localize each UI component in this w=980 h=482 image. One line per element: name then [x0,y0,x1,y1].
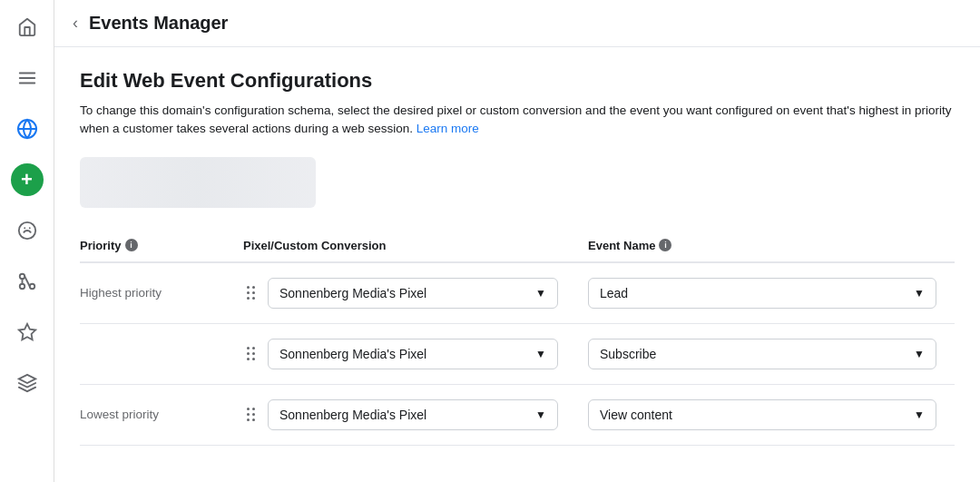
header: ‹ Events Manager [54,0,980,47]
event-col-3: View content ▼ [588,399,955,430]
priority-highest: Highest priority [80,286,243,300]
event-col-1: Lead ▼ [588,278,955,309]
content-area: Edit Web Event Configurations To change … [54,47,980,482]
event-dropdown-1[interactable]: Lead ▼ [588,278,936,309]
priority-info-icon[interactable]: i [125,239,138,251]
svg-marker-13 [18,324,34,339]
section-description: To change this domain's configuration sc… [80,102,955,139]
star-icon[interactable] [11,316,44,349]
dropdown-arrow-icon: ▼ [535,287,546,300]
plus-icon: + [21,168,33,192]
back-button[interactable]: ‹ [73,14,78,33]
event-info-icon[interactable]: i [659,239,671,251]
globe-icon[interactable] [11,113,44,145]
layers-icon[interactable] [11,367,44,399]
add-button[interactable]: + [11,163,44,196]
drag-handle[interactable] [243,343,259,364]
pixel-column-header: Pixel/Custom Conversion [243,239,588,252]
table-row: Highest priority Sonnenberg Media's Pixe… [80,263,955,324]
dropdown-arrow-icon: ▼ [535,408,546,421]
learn-more-link[interactable]: Learn more [416,122,479,135]
svg-marker-14 [18,375,34,383]
image-placeholder [80,157,316,208]
table-header: Priority i Pixel/Custom Conversion Event… [80,230,955,263]
event-column-header: Event Name i [588,239,955,252]
event-dropdown-2[interactable]: Subscribe ▼ [588,339,936,369]
pixel-dropdown-1[interactable]: Sonnenberg Media's Pixel ▼ [268,278,558,309]
menu-icon[interactable] [11,62,44,94]
event-col-2: Subscribe ▼ [588,339,955,369]
pixel-dropdown-3[interactable]: Sonnenberg Media's Pixel ▼ [268,399,558,430]
svg-line-12 [24,277,30,287]
table-row: Sonnenberg Media's Pixel ▼ Subscribe ▼ [80,324,955,385]
page-title: Events Manager [89,13,228,34]
dropdown-arrow-icon: ▼ [535,348,546,360]
priority-column-header: Priority i [80,239,243,252]
section-title: Edit Web Event Configurations [80,69,955,93]
gauge-icon[interactable] [11,214,44,247]
home-icon[interactable] [11,11,44,44]
dropdown-arrow-icon: ▼ [914,408,925,421]
row-controls-1: Sonnenberg Media's Pixel ▼ [243,278,588,309]
row-controls-2: Sonnenberg Media's Pixel ▼ [243,339,588,369]
branch-icon[interactable] [11,265,44,298]
row-controls-3: Sonnenberg Media's Pixel ▼ [243,399,588,430]
dropdown-arrow-icon: ▼ [914,348,925,360]
main-content: ‹ Events Manager Edit Web Event Configur… [54,0,980,482]
priority-lowest: Lowest priority [80,408,243,421]
dropdown-arrow-icon: ▼ [914,287,925,300]
sidebar: + [0,0,54,482]
drag-handle[interactable] [243,404,259,425]
event-dropdown-3[interactable]: View content ▼ [588,399,936,430]
pixel-dropdown-2[interactable]: Sonnenberg Media's Pixel ▼ [268,339,558,369]
drag-handle[interactable] [243,282,259,303]
table-row: Lowest priority Sonnenberg Media's Pixel… [80,385,955,446]
